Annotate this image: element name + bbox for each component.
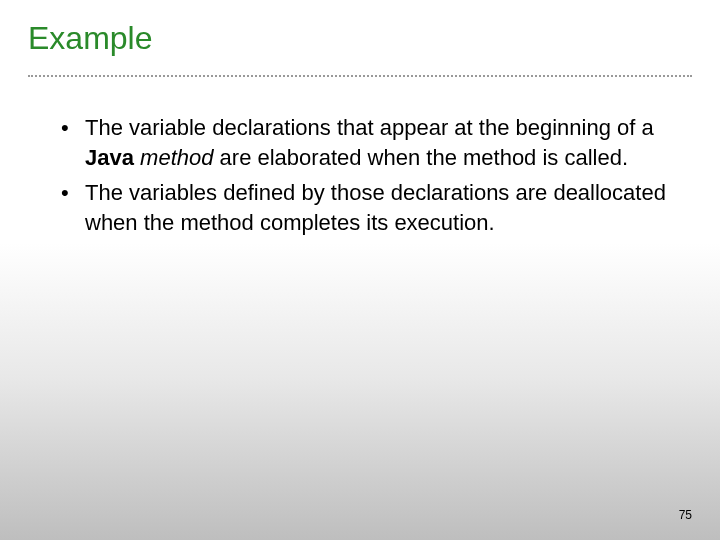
title-divider [28, 75, 692, 77]
bullet1-text-1: The variable declarations that appear at… [85, 115, 654, 140]
bullet1-text-2: are elaborated when the method is called… [213, 145, 628, 170]
slide-title: Example [0, 0, 720, 57]
bullet1-bold: Java [85, 145, 134, 170]
page-number: 75 [679, 508, 692, 522]
bullet-item-1: The variable declarations that appear at… [55, 113, 680, 172]
bullet1-italic: method [140, 145, 213, 170]
bullet-item-2: The variables defined by those declarati… [55, 178, 680, 237]
bullet-list: The variable declarations that appear at… [0, 113, 720, 238]
